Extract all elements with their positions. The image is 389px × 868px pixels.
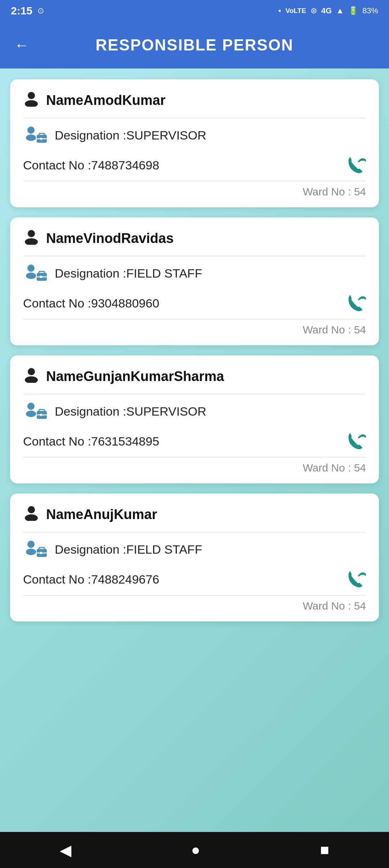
person-name-row: NameAmodKumar (23, 90, 366, 111)
svg-point-27 (26, 549, 36, 555)
contact-text: Contact No :7488249676 (23, 572, 159, 586)
svg-point-17 (25, 376, 38, 383)
card-divider-top (23, 532, 366, 532)
person-name: NameAmodKumar (46, 93, 166, 108)
svg-point-2 (27, 127, 35, 134)
card-divider-top (23, 394, 366, 394)
designation-row: Designation :FIELD STAFF (23, 540, 366, 559)
designation-text: Designation :SUPERVISOR (55, 404, 206, 418)
phone-icon[interactable] (343, 430, 366, 453)
person-name-row: NameAnujKumar (23, 504, 366, 525)
nav-bar: ◀ ● ■ (0, 832, 389, 868)
designation-icon (23, 402, 48, 421)
dot-icon: • (278, 6, 281, 15)
contact-row: Contact No :7488734698 (23, 154, 366, 177)
designation-text: Designation :FIELD STAFF (55, 266, 202, 280)
content-area: NameAmodKumar De (0, 68, 389, 832)
volte-icon: VoLTE (285, 7, 306, 15)
4g-icon: 4G (321, 6, 332, 15)
person-avatar-icon (23, 504, 40, 525)
ward-row: Ward No : 54 (23, 324, 366, 336)
svg-point-24 (28, 506, 35, 513)
svg-rect-7 (40, 138, 42, 140)
ward-row: Ward No : 54 (23, 186, 366, 198)
person-avatar-icon (23, 90, 40, 111)
nav-back-button[interactable]: ◀ (60, 841, 71, 859)
nav-home-button[interactable]: ● (191, 841, 200, 859)
card-divider-bottom (23, 457, 366, 457)
svg-rect-15 (40, 276, 42, 278)
person-name: NameGunjanKumarSharma (46, 369, 224, 384)
header: ← RESPONSIBLE PERSON (0, 22, 389, 68)
person-card-4: NameAnujKumar De (10, 493, 379, 621)
svg-point-8 (28, 230, 35, 237)
contact-row: Contact No :9304880960 (23, 292, 366, 315)
svg-rect-23 (40, 414, 42, 416)
designation-text: Designation :SUPERVISOR (55, 128, 206, 142)
svg-point-10 (27, 265, 35, 272)
status-time: 2:15 (11, 5, 32, 17)
card-divider-bottom (23, 319, 366, 319)
svg-point-3 (26, 134, 36, 141)
contact-row: Contact No :7631534895 (23, 430, 366, 453)
nav-recent-button[interactable]: ■ (320, 841, 329, 859)
contact-text: Contact No :7631534895 (23, 434, 159, 448)
designation-row: Designation :FIELD STAFF (23, 264, 366, 283)
battery-percent: 83% (362, 6, 378, 15)
signal-icon: ▲ (336, 6, 344, 15)
designation-icon (23, 125, 48, 145)
designation-text: Designation :FIELD STAFF (55, 542, 202, 557)
battery-icon: 🔋 (348, 6, 358, 15)
person-card-3: NameGunjanKumarSharma (10, 355, 379, 483)
contact-row: Contact No :7488249676 (23, 568, 366, 591)
svg-point-18 (27, 403, 35, 410)
contact-text: Contact No :7488734698 (23, 158, 159, 172)
status-bar-right: • VoLTE ⊛ 4G ▲ 🔋 83% (278, 6, 378, 15)
svg-rect-31 (40, 552, 42, 554)
svg-point-16 (28, 368, 35, 375)
hotspot-icon: ⊛ (310, 6, 317, 15)
card-divider-bottom (23, 181, 366, 181)
person-card-2: NameVinodRavidas (10, 217, 379, 345)
designation-row: Designation :SUPERVISOR (23, 125, 366, 145)
designation-icon (23, 264, 48, 283)
card-divider-top (23, 118, 366, 118)
svg-point-19 (26, 411, 36, 417)
designation-icon (23, 540, 48, 559)
phone-icon[interactable] (343, 154, 366, 177)
card-divider-bottom (23, 595, 366, 595)
person-avatar-icon (23, 228, 40, 249)
ward-row: Ward No : 54 (23, 600, 366, 612)
card-divider-top (23, 256, 366, 256)
svg-point-11 (26, 273, 36, 279)
svg-point-26 (27, 541, 35, 548)
contact-text: Contact No :9304880960 (23, 296, 159, 310)
svg-point-1 (25, 100, 38, 107)
svg-point-9 (25, 238, 38, 245)
person-avatar-icon (23, 366, 40, 387)
phone-icon[interactable] (343, 292, 366, 315)
status-bar: 2:15 ⊙ • VoLTE ⊛ 4G ▲ 🔋 83% (0, 0, 389, 22)
person-name: NameVinodRavidas (46, 231, 174, 246)
person-card-1: NameAmodKumar De (10, 79, 379, 207)
svg-point-25 (25, 514, 38, 521)
data-icon: ⊙ (37, 6, 44, 15)
person-name: NameAnujKumar (46, 507, 157, 522)
person-name-row: NameVinodRavidas (23, 228, 366, 249)
svg-point-0 (28, 92, 35, 99)
ward-row: Ward No : 54 (23, 462, 366, 474)
status-bar-left: 2:15 ⊙ (11, 5, 44, 17)
phone-icon[interactable] (343, 568, 366, 591)
person-name-row: NameGunjanKumarSharma (23, 366, 366, 387)
back-button[interactable]: ← (14, 38, 29, 52)
designation-row: Designation :SUPERVISOR (23, 402, 366, 421)
page-title: RESPONSIBLE PERSON (43, 36, 346, 54)
